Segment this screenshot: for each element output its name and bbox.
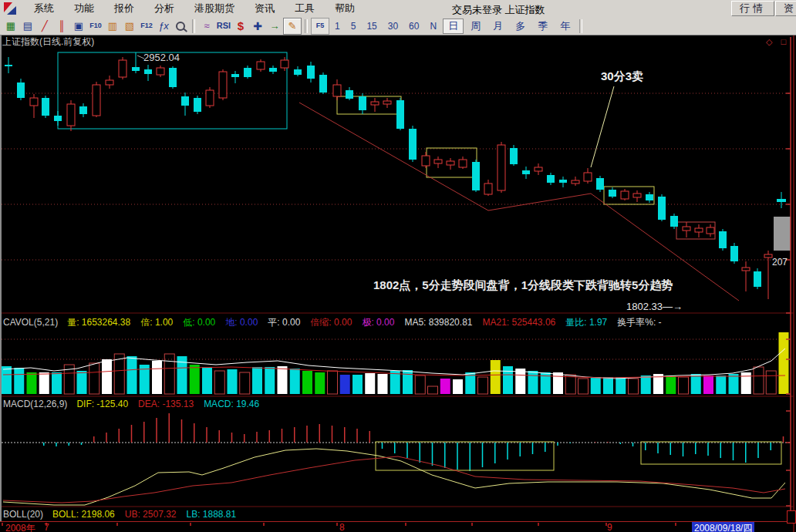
report-icon[interactable]: ▦: [2, 19, 19, 34]
f12-icon[interactable]: F12: [138, 19, 155, 34]
indicator-field: 极: 0.00: [362, 317, 394, 328]
menu-analysis[interactable]: 分析: [144, 2, 184, 15]
timeline-month: 9: [607, 522, 612, 532]
multi-window-icon[interactable]: ▣: [70, 19, 87, 34]
menu-bar: 系统 功能 报价 分析 港股期货 资讯 工具 帮助 交易未登录 上证指数 行情 …: [0, 0, 796, 18]
indicator-field: MACD: 19.46: [204, 399, 259, 409]
timeline-month: 8: [339, 522, 345, 532]
indicator-field: 倍缩: 0.00: [310, 317, 352, 328]
interval-n-button[interactable]: N: [424, 21, 442, 32]
period-day-button[interactable]: 日: [443, 19, 464, 34]
chart-corner-icons[interactable]: ◇ □: [766, 37, 789, 47]
menu-hk-futures[interactable]: 港股期货: [184, 2, 245, 15]
indicator-field: DEA: -135.13: [138, 399, 194, 409]
app-window: 系统 功能 报价 分析 港股期货 资讯 工具 帮助 交易未登录 上证指数 行情 …: [0, 0, 796, 532]
boll-header: BOLL(20) BOLL: 2198.06UB: 2507.32LB: 188…: [3, 508, 246, 520]
formula-icon[interactable]: ƒx: [155, 19, 172, 34]
menu-function[interactable]: 功能: [64, 2, 104, 15]
indicator-name: CAVOL(5,21): [3, 317, 58, 328]
indicator-field: 低: 0.00: [183, 317, 215, 328]
pane-resize-handle[interactable]: [787, 510, 796, 524]
toolbar-separator: [305, 19, 308, 33]
indicator-field: 量: 1653264.38: [67, 317, 130, 328]
toolbar: ▦ ▤ ╱ ║ ▣ F10 ▥ ▧ F12 ƒx ≈ RSI $ ✚ → ✎ F…: [0, 17, 796, 35]
indicator-field: LB: 1888.81: [186, 509, 236, 520]
cavol-header: CAVOL(5,21) 量: 1653264.38倍: 1.00低: 0.00地…: [3, 316, 672, 328]
quote-table-icon[interactable]: ▤: [19, 19, 36, 34]
annotation-peak-price: 2952.04: [143, 52, 180, 63]
indicator-field: BOLL: 2198.06: [52, 509, 115, 520]
interval-1-button[interactable]: 1: [329, 21, 346, 32]
pencil-icon[interactable]: ✎: [283, 18, 302, 35]
trend-line-icon[interactable]: ╱: [36, 19, 53, 34]
indicator-name: BOLL(20): [3, 509, 43, 520]
toolbar-separator: [192, 19, 195, 33]
pan-icon[interactable]: ✚: [249, 19, 266, 34]
quotes-panel-button[interactable]: 行情: [731, 1, 774, 16]
app-logo-icon: [3, 2, 20, 15]
f10-info-icon[interactable]: F10: [87, 19, 104, 34]
indicator-field: 倍: 1.00: [140, 317, 173, 328]
period-year-button[interactable]: 年: [555, 19, 575, 34]
timeline-year: 2008年: [5, 522, 35, 532]
menu-help[interactable]: 帮助: [325, 2, 365, 15]
login-status: 交易未登录 上证指数: [452, 3, 545, 17]
indicator-field: UB: 2507.32: [125, 509, 177, 520]
indicator-field: MA21: 525443.06: [482, 317, 555, 328]
menu-tools[interactable]: 工具: [285, 2, 325, 15]
timeline-month: 7: [44, 522, 49, 532]
interval-15-button[interactable]: 15: [361, 21, 382, 32]
period-multi-button[interactable]: 多: [510, 19, 531, 34]
annotation-analysis-note: 1802点，5分走势段间盘背，1分线段类下跌背驰转5分趋势: [373, 278, 673, 293]
indicator-field: 地: 0.00: [225, 317, 258, 328]
menu-news[interactable]: 资讯: [245, 2, 285, 15]
price-label: 207: [772, 257, 788, 268]
indicator-name: MACD(12,26,9): [3, 399, 67, 409]
indicator-field: 换手率%: -: [617, 317, 661, 328]
rsi-icon[interactable]: RSI: [215, 19, 232, 34]
chart-region: 上证指数(日线.前复权) ◇ □ 2952.04 30分3卖 1802点，5分走…: [0, 35, 796, 532]
zoom-icon[interactable]: [172, 19, 189, 34]
indicator-field: 平: 0.00: [268, 317, 300, 328]
period-week-button[interactable]: 周: [465, 19, 486, 34]
macd-header: MACD(12,26,9) DIF: -125.40DEA: -135.13MA…: [3, 398, 269, 410]
interval-5-button[interactable]: 5: [346, 21, 362, 32]
kline-icon[interactable]: ║: [53, 19, 70, 34]
cursor-date-badge: 2008/09/18/四: [692, 522, 754, 532]
menu-system[interactable]: 系统: [24, 2, 64, 15]
timeline-bar: 2008年 7 8 9 2008/09/18/四: [0, 521, 796, 532]
annotation-low-price: 1802.33—→: [626, 301, 683, 312]
interval-60-button[interactable]: 60: [403, 21, 424, 32]
wave-icon[interactable]: ≈: [198, 19, 215, 34]
tree-icon[interactable]: ▥: [104, 19, 121, 34]
f5-button[interactable]: F5: [311, 18, 329, 35]
period-quarter-button[interactable]: 季: [532, 19, 553, 34]
left-border: [0, 35, 2, 521]
money-icon[interactable]: $: [232, 19, 249, 34]
menu-quote[interactable]: 报价: [104, 2, 144, 15]
interval-30-button[interactable]: 30: [383, 21, 403, 32]
news-panel-button[interactable]: 资: [775, 1, 796, 16]
toolbar-separator: [579, 19, 582, 33]
goto-icon[interactable]: →: [266, 19, 283, 34]
period-month-button[interactable]: 月: [487, 19, 508, 34]
timeline-border: [0, 521, 796, 522]
info-book-icon[interactable]: ▧: [121, 19, 138, 34]
indicator-field: 量比: 1.97: [565, 317, 607, 328]
annotation-sell-signal: 30分3卖: [601, 69, 643, 84]
chart-title: 上证指数(日线.前复权): [2, 35, 94, 49]
indicator-field: MA5: 839820.81: [404, 317, 472, 328]
indicator-field: DIF: -125.40: [76, 399, 128, 409]
